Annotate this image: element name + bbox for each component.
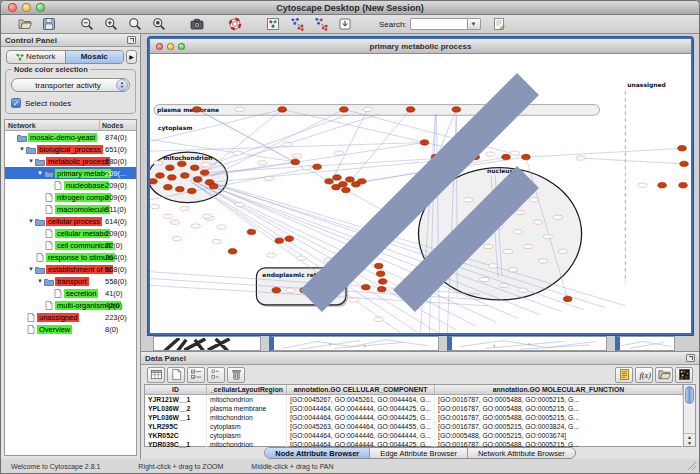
import-attributes-button[interactable] [655, 367, 673, 383]
tree-row-label: cellular metabo [55, 229, 110, 238]
tab-mosaic[interactable]: Mosaic [66, 51, 124, 63]
tree-row-metabolic-process[interactable]: ▼metabolic process280(0) [5, 155, 136, 167]
layout-red-blue-icon [314, 17, 328, 31]
tab-edge-attribute-browser[interactable]: Edge Attribute Browser [370, 448, 468, 458]
save-session-icon [42, 17, 56, 31]
network-view-titlebar[interactable]: primary metabolic process [150, 39, 691, 54]
control-panel-tabs: Network Mosaic ▶ [1, 47, 140, 65]
vizmapper-button[interactable] [261, 16, 285, 33]
scrollbar-thumb[interactable] [685, 386, 694, 404]
tab-node-attribute-browser[interactable]: Node Attribute Browser [265, 448, 370, 458]
heatmap-matrix-button[interactable] [675, 367, 693, 383]
background-window-fragment[interactable] [153, 336, 261, 351]
tree-row-unassigned[interactable]: unassigned223(0) [5, 311, 136, 323]
snapshot-button[interactable] [185, 16, 209, 33]
tree-row-macromolecule[interactable]: macromolecule311(0) [5, 203, 136, 215]
expand-arrow-icon[interactable]: ▼ [36, 167, 44, 179]
tree-row-mosaic-demo-yeast[interactable]: mosaic-demo-yeast874(0) [5, 131, 136, 143]
tree-row-biological-process[interactable]: ▼biological_process651(0) [5, 143, 136, 155]
status-zoom-hint: Right-click + drag to ZOOM [138, 463, 223, 470]
expand-arrow-icon[interactable]: ▼ [36, 275, 44, 287]
table-cell: cytoplasm [207, 431, 287, 440]
save-session-button[interactable] [37, 16, 61, 33]
tree-row-node-count: 264(0) [105, 253, 127, 262]
tree-row-node-count: 311(0) [105, 205, 126, 214]
more-tabs-button[interactable]: ▶ [126, 50, 137, 64]
frame-resize-grip[interactable] [150, 54, 690, 332]
tree-row-node-count: 209(0) [105, 229, 127, 238]
attribute-batch-button[interactable] [615, 367, 633, 383]
zoom-fit-button[interactable] [123, 16, 147, 33]
expand-arrow-icon[interactable]: ▼ [18, 143, 26, 155]
expand-arrow-icon[interactable]: ▼ [27, 215, 35, 227]
tree-row-overview[interactable]: Overview8(0) [5, 323, 136, 335]
tree-row-label: metabolic process [46, 157, 110, 166]
scrollbar-arrows[interactable]: ▲▼ [684, 433, 695, 446]
column-header[interactable]: annotation.GO MOLECULAR_FUNCTION [435, 385, 683, 394]
delete-attribute-button[interactable] [227, 367, 245, 383]
window-resize-grip[interactable] [687, 461, 697, 471]
tree-row-node-count: 558(0) [105, 265, 127, 274]
float-panel-icon[interactable] [127, 36, 136, 44]
search-input[interactable] [410, 18, 468, 30]
tree-row-primary-metabo[interactable]: ▼primary metabo209(... [5, 167, 136, 179]
layout-red-blue-button[interactable] [309, 16, 333, 33]
file-icon [44, 193, 55, 202]
tree-row-establishment-of-lo[interactable]: ▼establishment of lo558(0) [5, 263, 136, 275]
tree-row-node-count: 8(0) [105, 325, 118, 334]
expand-arrow-icon[interactable]: ▼ [27, 155, 35, 167]
tab-network-attribute-browser[interactable]: Network Attribute Browser [468, 448, 575, 458]
annotation-button[interactable] [487, 16, 511, 33]
search-dropdown-button[interactable]: ▼ [468, 18, 481, 30]
expand-arrow-icon[interactable]: ▼ [27, 263, 35, 275]
tree-row-cellular-process[interactable]: ▼cellular process614(0) [5, 215, 136, 227]
network-canvas[interactable]: plasma membranecytoplasmmitochondrionnuc… [150, 54, 691, 333]
column-header[interactable]: annotation.GO CELLULAR_COMPONENT [287, 385, 435, 394]
table-row[interactable]: YKR052Ccytoplasm[GO:0044464, GO:0044446,… [145, 431, 683, 440]
zoom-selected-button[interactable] [147, 16, 171, 33]
tree-row-response-to-stimulu[interactable]: response to stimulu264(0) [5, 251, 136, 263]
select-attributes-button[interactable] [187, 367, 205, 383]
background-window-fragment[interactable] [269, 336, 439, 351]
tree-row-nitrogen-compo[interactable]: nitrogen compo209(0) [5, 191, 136, 203]
attribute-table-button[interactable] [147, 367, 165, 383]
tree-row-nucleobase-[interactable]: nucleobase-209(0) [5, 179, 136, 191]
zoom-out-button[interactable] [75, 16, 99, 33]
import-network-icon [338, 17, 352, 31]
tree-row-cellular-metabo[interactable]: cellular metabo209(0) [5, 227, 136, 239]
control-panel-title: Control Panel [5, 36, 57, 45]
column-header[interactable]: ID [145, 385, 207, 394]
tree-row-transport[interactable]: ▼transport558(0) [5, 275, 136, 287]
tree-row-multi-organism-pro[interactable]: multi-organism pro42(0) [5, 299, 136, 311]
delete-attribute-icon [230, 368, 243, 381]
import-network-button[interactable] [333, 16, 357, 33]
node-color-combobox[interactable]: transporter activity ▲▼ [11, 78, 130, 92]
tree-row-cell-communicat[interactable]: cell communicat22(0) [5, 239, 136, 251]
tree-row-node-count: 209(0) [105, 181, 127, 190]
layout-blue-red-button[interactable] [285, 16, 309, 33]
formula-fx-button[interactable]: f(x) [635, 367, 653, 383]
network-tab-icon [16, 53, 24, 61]
table-cell: [GO:0045263, GO:0044464, GO:0044455, G..… [287, 422, 435, 431]
tab-network[interactable]: Network [7, 51, 66, 63]
table-row[interactable]: YPL036W__1mitochondrion[GO:0044464, GO:0… [145, 413, 683, 422]
unselect-attributes-button[interactable] [207, 367, 225, 383]
table-row[interactable]: YPL036W__2plasma membrane[GO:0044464, GO… [145, 404, 683, 413]
tree-row-secretion[interactable]: secretion41(0) [5, 287, 136, 299]
zoom-in-button[interactable] [99, 16, 123, 33]
table-row[interactable]: YLR295Ccytoplasm[GO:0045263, GO:0044464,… [145, 422, 683, 431]
help-ring-button[interactable] [223, 16, 247, 33]
tree-row-label: cellular process [46, 217, 102, 226]
background-window-fragment[interactable] [447, 336, 607, 351]
table-scrollbar[interactable]: ▲▼ [683, 385, 695, 446]
table-row[interactable]: YJR121W__1mitochondrion[GO:0045267, GO:0… [145, 395, 683, 404]
table-cell: [GO:0005488, GO:0005215, GO:0003674] [435, 431, 683, 440]
select-nodes-checkbox[interactable]: ✓ [11, 98, 21, 108]
node-color-selection-group: Node color selection transporter activit… [5, 69, 136, 114]
column-header[interactable]: _cellularLayoutRegion [207, 385, 287, 394]
new-attribute-button[interactable] [167, 367, 185, 383]
background-window-fragment[interactable] [615, 336, 675, 351]
open-session-button[interactable] [13, 16, 37, 33]
float-panel-icon[interactable] [686, 354, 695, 362]
combobox-value: transporter activity [20, 81, 116, 90]
